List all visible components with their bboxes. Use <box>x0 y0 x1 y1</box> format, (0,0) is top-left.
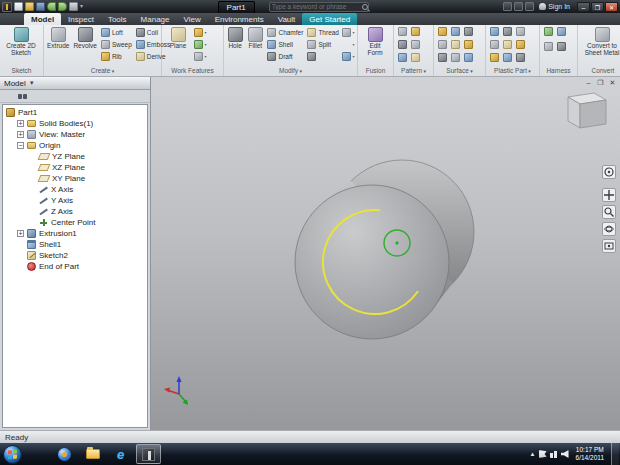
move-face-button[interactable] <box>342 50 355 62</box>
tree-item-yz-plane[interactable]: YZ Plane <box>3 151 147 162</box>
chamfer-button[interactable]: Chamfer <box>266 26 304 38</box>
tab-vault[interactable]: Vault <box>271 13 303 25</box>
combine-button[interactable] <box>306 50 340 62</box>
minimize-button[interactable] <box>577 2 590 12</box>
tab-environments[interactable]: Environments <box>208 13 271 25</box>
help-icon[interactable] <box>514 2 523 11</box>
new-file-icon[interactable] <box>14 2 23 11</box>
pattern-misc-button[interactable] <box>409 52 421 63</box>
find-icon[interactable] <box>18 94 27 99</box>
taskbar-explorer-button[interactable] <box>80 444 105 464</box>
collapse-icon[interactable] <box>17 142 24 149</box>
tree-item-xy-plane[interactable]: XY Plane <box>3 173 147 184</box>
tree-item-x-axis[interactable]: X Axis <box>3 184 147 195</box>
volume-icon[interactable] <box>561 450 569 458</box>
search-icon[interactable] <box>362 4 368 10</box>
tab-get-started[interactable]: Get Started <box>302 13 357 25</box>
shell-button[interactable]: Shell <box>266 38 304 50</box>
tray-expand-icon[interactable]: ▲ <box>530 451 536 457</box>
convert-to-sheet-metal-button[interactable]: Convert to Sheet Metal <box>580 26 620 58</box>
3d-viewport[interactable]: – ❐ ✕ <box>151 77 620 430</box>
sweep-button[interactable]: Sweep <box>100 38 133 50</box>
thread-button[interactable]: Thread <box>306 26 340 38</box>
tree-item-part1[interactable]: Part1 <box>3 107 147 118</box>
plane-button[interactable]: Plane <box>164 26 192 51</box>
harness-route-button[interactable] <box>542 41 554 52</box>
draft-button[interactable]: Draft <box>266 50 304 62</box>
search-input[interactable] <box>272 3 360 10</box>
grill-button[interactable] <box>488 26 500 37</box>
work-point-button[interactable] <box>194 38 207 50</box>
model-canvas[interactable] <box>151 77 620 430</box>
tree-item-y-axis[interactable]: Y Axis <box>3 195 147 206</box>
tree-item-origin[interactable]: Origin <box>3 140 147 151</box>
full-navigation-wheel-button[interactable] <box>602 165 616 179</box>
work-axis-button[interactable] <box>194 26 207 38</box>
extrude-button[interactable]: Extrude <box>46 26 70 51</box>
ucs-button[interactable] <box>194 50 207 62</box>
extend-button[interactable] <box>449 39 461 50</box>
viewcube-right-face[interactable] <box>580 100 606 128</box>
redo-icon[interactable] <box>58 2 67 11</box>
rectangular-pattern-button[interactable] <box>396 26 408 37</box>
save-icon[interactable] <box>36 2 45 11</box>
ruled-surface-button[interactable] <box>462 39 474 50</box>
tree-item-end-of-part[interactable]: End of Part <box>3 261 147 272</box>
create-2d-sketch-button[interactable]: Create 2D Sketch <box>2 26 40 58</box>
network-icon[interactable] <box>550 450 558 458</box>
tab-model[interactable]: Model <box>24 13 61 25</box>
boundary-patch-button[interactable] <box>462 26 474 37</box>
rest-button[interactable] <box>488 52 500 63</box>
communication-center-icon[interactable] <box>525 2 534 11</box>
expand-icon[interactable] <box>17 131 24 138</box>
pan-button[interactable] <box>602 188 616 202</box>
action-center-icon[interactable] <box>539 450 547 458</box>
expand-icon[interactable] <box>17 230 24 237</box>
zoom-button[interactable] <box>602 205 616 219</box>
plastic-misc-3-button[interactable] <box>514 52 526 63</box>
tree-item-extrusion1[interactable]: Extrusion1 <box>3 228 147 239</box>
rule-fillet-button[interactable] <box>501 39 513 50</box>
undo-icon[interactable] <box>47 2 56 11</box>
quick-access-chevron-icon[interactable]: ▾ <box>80 2 83 11</box>
fillet-button[interactable]: Fillet <box>246 26 264 51</box>
taskbar-clock[interactable]: 10:17 PM 6/14/2011 <box>572 446 608 462</box>
expand-icon[interactable] <box>17 120 24 127</box>
snap-fit-button[interactable] <box>501 26 513 37</box>
tab-view[interactable]: View <box>177 13 208 25</box>
look-at-button[interactable] <box>602 239 616 253</box>
revolve-button[interactable]: Revolve <box>72 26 97 51</box>
app-menu-icon[interactable] <box>2 2 12 12</box>
tab-tools[interactable]: Tools <box>101 13 134 25</box>
boss-button[interactable] <box>488 39 500 50</box>
start-button[interactable] <box>3 445 22 464</box>
rib-button[interactable]: Rib <box>100 50 133 62</box>
tab-manage[interactable]: Manage <box>134 13 177 25</box>
replace-face-button[interactable] <box>449 52 461 63</box>
surface-misc-button[interactable] <box>462 52 474 63</box>
loft-button[interactable]: Loft <box>100 26 133 38</box>
mirror-button[interactable] <box>396 52 408 63</box>
maximize-button[interactable] <box>591 2 604 12</box>
sketch-pattern-button[interactable] <box>409 26 421 37</box>
tab-inspect[interactable]: Inspect <box>61 13 101 25</box>
harness-misc-button[interactable] <box>555 41 567 52</box>
favorites-star-icon[interactable] <box>503 2 512 11</box>
plastic-misc-1-button[interactable] <box>514 26 526 37</box>
stitch-button[interactable] <box>436 26 448 37</box>
feature-pattern-button[interactable] <box>409 39 421 50</box>
show-desktop-button[interactable] <box>611 443 619 465</box>
sculpt-button[interactable] <box>449 26 461 37</box>
open-icon[interactable] <box>25 2 34 11</box>
browser-header-dropdown[interactable]: Model ▼ <box>0 77 150 90</box>
taskbar-media-player-button[interactable] <box>52 444 77 464</box>
delete-face-button[interactable] <box>342 38 355 50</box>
plastic-misc-2-button[interactable] <box>514 39 526 50</box>
edit-form-button[interactable]: Edit Form <box>360 26 390 58</box>
tree-item-solid-bodies[interactable]: Solid Bodies(1) <box>3 118 147 129</box>
patch-button[interactable] <box>436 39 448 50</box>
tree-item-shell1[interactable]: Shell1 <box>3 239 147 250</box>
taskbar-internet-explorer-button[interactable]: e <box>108 444 133 464</box>
viewcube[interactable] <box>560 83 612 135</box>
tree-item-center-point[interactable]: Center Point <box>3 217 147 228</box>
